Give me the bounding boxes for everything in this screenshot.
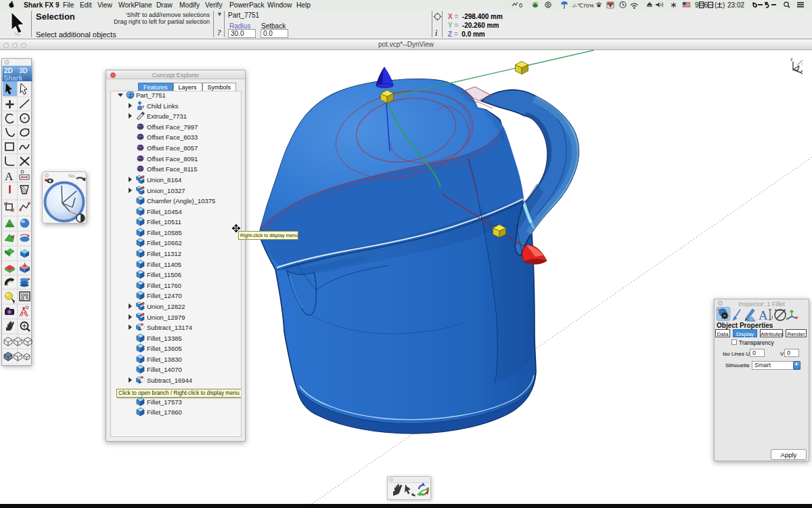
svg-text:6: 6 [704, 1, 708, 9]
svg-text:(: ( [715, 1, 717, 9]
svg-text:WorkPlane: WorkPlane [118, 1, 152, 9]
svg-text:A: A [5, 170, 14, 183]
svg-text:Na...: Na... [68, 173, 78, 178]
svg-text:Shark: Shark [4, 75, 23, 82]
svg-text:Help: Help [296, 1, 311, 9]
svg-text:I: I [771, 314, 773, 320]
svg-text:Modify: Modify [179, 1, 200, 9]
svg-text:Draw: Draw [156, 1, 173, 9]
svg-text:Verify: Verify [205, 1, 223, 9]
svg-text:View: View [97, 1, 113, 9]
svg-text:-/-℃70%: -/-℃70% [572, 3, 594, 9]
svg-text:2D: 2D [4, 67, 13, 75]
svg-text:File: File [63, 1, 74, 9]
svg-text:A: A [759, 308, 768, 322]
svg-text:): ) [723, 1, 725, 9]
svg-text:Window: Window [267, 1, 292, 9]
svg-text:Edit: Edit [80, 1, 92, 9]
svg-text:9: 9 [695, 1, 699, 9]
svg-text:23:02: 23:02 [727, 1, 744, 9]
svg-text:3D: 3D [19, 67, 28, 75]
svg-text:z: z [790, 57, 793, 62]
svg-text:y: y [801, 62, 803, 66]
svg-text:Shark FX 9: Shark FX 9 [24, 1, 60, 9]
svg-text:0: 0 [519, 2, 522, 9]
svg-text:PowerPack: PowerPack [229, 1, 265, 9]
svg-text:01: 01 [10, 282, 14, 286]
